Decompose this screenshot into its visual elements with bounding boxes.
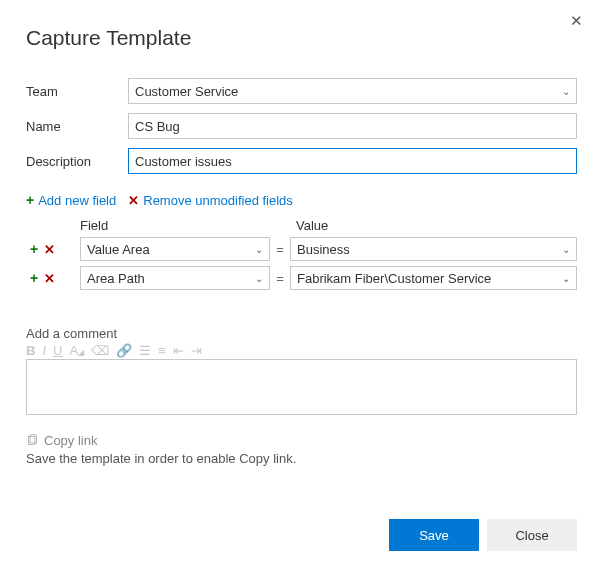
name-input-value: CS Bug [135, 119, 180, 134]
description-label: Description [26, 154, 128, 169]
row-remove-icon[interactable]: ✕ [44, 271, 55, 286]
name-label: Name [26, 119, 128, 134]
close-icon[interactable]: ✕ [570, 12, 583, 30]
indent-icon[interactable]: ⇥ [191, 343, 202, 358]
link-icon[interactable]: 🔗 [116, 343, 132, 358]
remove-unmodified-label: Remove unmodified fields [143, 193, 293, 208]
field-name-value: Area Path [87, 271, 145, 286]
copy-link-button: Copy link [26, 433, 577, 448]
add-new-field-label: Add new field [38, 193, 116, 208]
equals-sign: = [270, 242, 290, 257]
field-name-select[interactable]: Value Area ⌄ [80, 237, 270, 261]
field-value-select[interactable]: Fabrikam Fiber\Customer Service ⌄ [290, 266, 577, 290]
equals-sign: = [270, 271, 290, 286]
field-value-text: Fabrikam Fiber\Customer Service [297, 271, 491, 286]
font-color-icon[interactable]: A◢ [69, 343, 84, 358]
underline-icon[interactable]: U [53, 343, 62, 358]
clear-format-icon[interactable]: ⌫ [91, 343, 109, 358]
copy-link-hint: Save the template in order to enable Cop… [26, 451, 577, 466]
plus-icon: + [26, 192, 34, 208]
outdent-icon[interactable]: ⇤ [173, 343, 184, 358]
field-name-select[interactable]: Area Path ⌄ [80, 266, 270, 290]
field-value-text: Business [297, 242, 350, 257]
number-list-icon[interactable]: ≡ [158, 343, 166, 358]
save-button[interactable]: Save [389, 519, 479, 551]
comment-label: Add a comment [26, 326, 577, 341]
name-input[interactable]: CS Bug [128, 113, 577, 139]
chevron-down-icon: ⌄ [562, 86, 570, 97]
description-input[interactable]: Customer issues [128, 148, 577, 174]
x-icon: ✕ [128, 193, 139, 208]
row-add-icon[interactable]: + [30, 241, 38, 257]
chevron-down-icon: ⌄ [255, 273, 263, 284]
team-select-value: Customer Service [135, 84, 238, 99]
field-row: + ✕ Area Path ⌄ = Fabrikam Fiber\Custome… [26, 266, 577, 290]
row-remove-icon[interactable]: ✕ [44, 242, 55, 257]
remove-unmodified-button[interactable]: ✕ Remove unmodified fields [128, 193, 293, 208]
description-input-value: Customer issues [135, 154, 232, 169]
copy-link-label: Copy link [44, 433, 97, 448]
team-select[interactable]: Customer Service ⌄ [128, 78, 577, 104]
comment-editor[interactable] [26, 359, 577, 415]
italic-icon[interactable]: I [42, 343, 46, 358]
value-column-header: Value [276, 218, 577, 233]
field-column-header: Field [80, 218, 276, 233]
add-new-field-button[interactable]: + Add new field [26, 192, 116, 208]
chevron-down-icon: ⌄ [562, 273, 570, 284]
row-add-icon[interactable]: + [30, 270, 38, 286]
chevron-down-icon: ⌄ [255, 244, 263, 255]
field-row: + ✕ Value Area ⌄ = Business ⌄ [26, 237, 577, 261]
field-value-select[interactable]: Business ⌄ [290, 237, 577, 261]
field-name-value: Value Area [87, 242, 150, 257]
rich-text-toolbar: B I U A◢ ⌫ 🔗 ☰ ≡ ⇤ ⇥ [26, 343, 577, 358]
team-label: Team [26, 84, 128, 99]
copy-link-icon [26, 434, 39, 447]
bullet-list-icon[interactable]: ☰ [139, 343, 151, 358]
chevron-down-icon: ⌄ [562, 244, 570, 255]
bold-icon[interactable]: B [26, 343, 35, 358]
close-button[interactable]: Close [487, 519, 577, 551]
page-title: Capture Template [26, 26, 577, 50]
